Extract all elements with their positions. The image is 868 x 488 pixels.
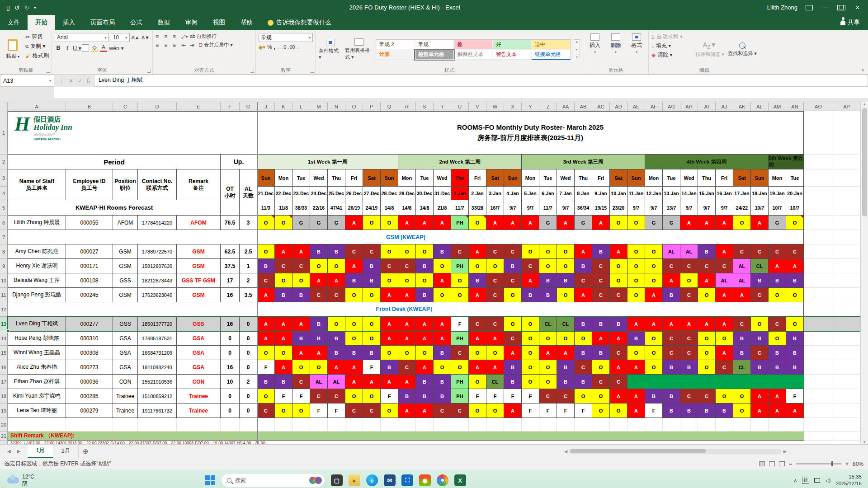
shift-cell[interactable]: A <box>733 288 751 302</box>
staff-ot[interactable]: 16 <box>221 317 240 331</box>
date-header-26[interactable]: 16-Jan <box>716 187 733 200</box>
shift-cell[interactable]: AL <box>310 375 328 389</box>
date-header-7[interactable]: 28-Dec <box>381 187 398 200</box>
forecast-8[interactable]: 14/8 <box>398 200 416 216</box>
cell-style-计算[interactable]: 计算 <box>376 50 415 60</box>
shift-cell[interactable]: O <box>522 375 539 389</box>
shift-cell[interactable]: O <box>292 360 310 375</box>
shift-cell[interactable]: A <box>381 375 398 389</box>
shift-cell[interactable] <box>769 375 786 389</box>
staff-name[interactable]: Rose Peng 彭晓露 <box>8 331 66 346</box>
shift-cell[interactable]: O <box>363 288 381 302</box>
shift-cell[interactable]: B <box>592 244 610 259</box>
shift-cell[interactable]: B <box>663 404 680 418</box>
shift-cell[interactable]: B <box>769 346 786 360</box>
day-header-5[interactable]: Fri <box>345 169 363 187</box>
shift-cell[interactable]: A <box>716 317 733 331</box>
cell-r20[interactable] <box>504 418 522 432</box>
day-header-6[interactable]: Sat <box>363 169 381 187</box>
cell-r20[interactable] <box>240 418 257 432</box>
align-middle-icon[interactable]: ≡ <box>164 33 171 40</box>
row-header-21[interactable]: 21 <box>0 432 8 441</box>
day-header-24[interactable]: Wed <box>680 169 698 187</box>
date-header-1[interactable]: 22-Dec <box>275 187 292 200</box>
shift-cell[interactable]: A <box>486 360 504 375</box>
shift-cell[interactable]: C <box>363 244 381 259</box>
row-header-2[interactable]: 2 <box>0 155 8 169</box>
staff-position[interactable]: GSA <box>113 331 138 346</box>
column-header-AO[interactable]: AO <box>804 102 833 111</box>
shift-cell[interactable]: A <box>592 331 610 346</box>
date-header-9[interactable]: 30-Dec <box>416 187 434 200</box>
forecast-2[interactable]: 38/33 <box>292 200 310 216</box>
shift-cell[interactable]: AL <box>680 244 698 259</box>
shift-cell[interactable]: B <box>575 317 592 331</box>
shift-cell[interactable]: O <box>381 404 398 418</box>
shift-cell[interactable]: O <box>522 244 539 259</box>
shift-cell[interactable]: A <box>610 389 627 404</box>
shift-cell[interactable]: B <box>733 346 751 360</box>
shift-cell[interactable]: C <box>504 331 522 346</box>
shift-cell[interactable]: B <box>416 288 434 302</box>
date-header-18[interactable]: 8-Jan <box>575 187 592 200</box>
shift-cell[interactable]: C <box>539 389 557 404</box>
forecast-6[interactable]: 24/19 <box>363 200 381 216</box>
shift-cell[interactable]: O <box>522 360 539 375</box>
shift-cell[interactable]: AL <box>716 273 733 288</box>
shift-cell[interactable]: A <box>381 317 398 331</box>
staff-al[interactable]: 3.5 <box>240 288 257 302</box>
cell-r20[interactable] <box>733 418 751 432</box>
forecast-25[interactable]: 9/7 <box>698 200 716 216</box>
column-header-AI[interactable]: AI <box>698 102 716 111</box>
paste-button[interactable]: 粘贴 ▾ <box>3 32 23 67</box>
shift-cell[interactable]: B <box>751 360 769 375</box>
taskbar-wechat-app[interactable]: ◉ <box>419 474 431 486</box>
zoom-in-icon[interactable]: + <box>845 461 849 467</box>
shift-cell[interactable]: C <box>786 244 804 259</box>
shift-cell[interactable]: C <box>363 404 381 418</box>
cell-AO21[interactable] <box>804 432 833 441</box>
shift-cell[interactable]: O <box>257 216 275 230</box>
date-header-14[interactable]: 4-Jan <box>504 187 522 200</box>
column-header-Q[interactable]: Q <box>381 102 398 111</box>
font-name-select[interactable]: Arial▾ <box>55 33 109 42</box>
column-header-AC[interactable]: AC <box>592 102 610 111</box>
spreadsheet-grid[interactable]: ABCDEFGJKLMNOPQRSTUVWXYZAAABACADAEAFAGAH… <box>0 102 868 444</box>
cell-r20[interactable] <box>398 418 416 432</box>
period-header[interactable]: Period <box>8 155 221 169</box>
shift-cell[interactable]: F <box>557 404 575 418</box>
shift-cell[interactable]: C <box>751 346 769 360</box>
confirm-entry-icon[interactable]: ✓ <box>78 78 82 84</box>
shift-cell[interactable]: A <box>434 331 451 346</box>
shift-cell[interactable]: O <box>469 259 486 273</box>
shift-cell[interactable]: A <box>627 404 645 418</box>
forecast-7[interactable]: 14/8 <box>381 200 398 216</box>
cell-AO9[interactable] <box>804 259 833 273</box>
volume-icon[interactable]: ◁) <box>825 478 830 483</box>
shift-cell[interactable]: PH <box>451 331 469 346</box>
shift-cell[interactable]: A <box>716 346 733 360</box>
shift-cell[interactable]: O <box>539 375 557 389</box>
shift-cell[interactable]: A <box>610 360 627 375</box>
percent-icon[interactable]: % <box>267 44 272 50</box>
shift-cell[interactable]: O <box>310 360 328 375</box>
tell-me-box[interactable]: 告诉我你想要做什么 <box>260 15 339 30</box>
shift-cell[interactable]: C <box>592 288 610 302</box>
shift-cell[interactable]: A <box>328 360 345 375</box>
column-header-AL[interactable]: AL <box>751 102 769 111</box>
column-header-P[interactable]: P <box>363 102 381 111</box>
day-header-26[interactable]: Fri <box>716 169 733 187</box>
day-header-15[interactable]: Mon <box>522 169 539 187</box>
shift-cell[interactable]: A <box>486 331 504 346</box>
font-dialog-launcher[interactable] <box>147 69 151 73</box>
shift-cell[interactable]: CL <box>486 375 504 389</box>
column-header-F[interactable]: F <box>221 102 240 111</box>
up-header[interactable]: Up. <box>221 155 257 169</box>
cell-r20[interactable] <box>177 418 221 432</box>
shift-cell[interactable]: B <box>257 259 275 273</box>
staff-remark[interactable]: GSM <box>177 288 221 302</box>
cell-AO3[interactable] <box>804 169 833 187</box>
cell-r20[interactable] <box>113 418 138 432</box>
shift-cell[interactable]: O <box>698 288 716 302</box>
ribbon-options-icon[interactable] <box>806 5 813 10</box>
